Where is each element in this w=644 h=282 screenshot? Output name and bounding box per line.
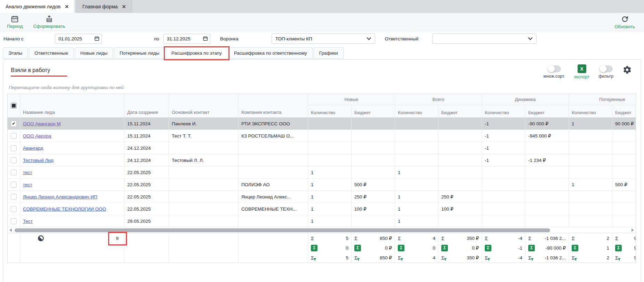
multisort-toggle-control[interactable]: множ.сорт.	[544, 64, 565, 79]
period-button[interactable]: Период	[7, 15, 23, 29]
creation-date-cell: 29.05.2025	[124, 215, 169, 227]
lead-link[interactable]: Тест	[23, 219, 33, 224]
row-checkbox[interactable]	[11, 218, 17, 224]
scrollbar-thumb[interactable]	[15, 228, 550, 232]
lead-link[interactable]: СОВРЕМЕННЫЕ ТЕХНОЛОГИИ ООО	[23, 206, 106, 212]
column-header-company[interactable]: Компания контакта	[239, 94, 308, 117]
group-header-lost[interactable]: Потерянные	[569, 94, 636, 105]
sigma-icon: Σ	[354, 236, 357, 241]
table-row[interactable]: ✔ООО Авангард М15.11.2024Панлеев И.РТИ Э…	[8, 118, 636, 130]
table-row[interactable]: Тестовый Лид24.12.2024Тестовый Л. Л.-1-1…	[8, 154, 636, 166]
row-checkbox[interactable]	[11, 182, 17, 188]
calendar-icon	[11, 15, 19, 23]
subcol-total-budget[interactable]: Бюджет	[438, 105, 482, 117]
table-row[interactable]: Тест29.05.202511	[8, 215, 636, 227]
lead-link[interactable]: Янцер Леонид Александрович ИП	[23, 194, 97, 199]
lead-link[interactable]: ООО Аврора	[23, 133, 51, 139]
subcol-lost-budget[interactable]: Бюджет	[612, 105, 636, 117]
lead-link[interactable]: ООО Авангард М	[23, 121, 61, 126]
group-header-dynamics[interactable]: Динамика	[482, 94, 569, 105]
excel-icon[interactable]: X	[578, 64, 586, 73]
tab-responsibles[interactable]: Ответственные	[29, 47, 73, 59]
close-icon[interactable]: ✕	[122, 4, 126, 9]
tab-stages[interactable]: Этапы	[3, 47, 28, 59]
lead-link[interactable]: тест	[23, 170, 32, 175]
table-row[interactable]: Янцер Леонид Александрович ИП22.05.2025Я…	[8, 191, 636, 203]
row-checkbox[interactable]	[11, 157, 17, 163]
tab-breakdown-by-stage[interactable]: Расшифровка по этапу	[166, 47, 227, 59]
filter-toggle[interactable]	[599, 65, 613, 72]
sum-value: 2	[606, 236, 609, 241]
row-checkbox-cell[interactable]	[8, 215, 20, 227]
filter-toggle-control[interactable]: фильтр	[598, 64, 613, 79]
tab-new-leads[interactable]: Новые лиды	[75, 47, 113, 59]
footer-date-cell	[124, 233, 169, 263]
column-header-date[interactable]: Дата создания	[124, 94, 169, 117]
row-checkbox[interactable]	[11, 194, 17, 200]
column-header-contact[interactable]: Основной контакт	[169, 94, 239, 117]
row-checkbox-cell[interactable]	[8, 130, 20, 142]
row-checkbox-cell[interactable]	[8, 179, 20, 190]
row-checkbox-cell[interactable]: ✔	[8, 118, 20, 130]
multisort-toggle[interactable]	[548, 65, 561, 72]
table-row[interactable]: тест22.05.2025ПОЛИЭФ АО1500 ₽1500 ₽	[8, 179, 636, 191]
settings-button[interactable]	[622, 65, 632, 76]
generate-button[interactable]: Сформировать	[33, 15, 65, 29]
row-checkbox-cell[interactable]	[8, 154, 20, 166]
row-checkbox[interactable]	[11, 206, 17, 212]
subcol-lost-qty[interactable]: Количество	[569, 105, 612, 117]
cell-new-budget	[352, 166, 395, 178]
cell-lost-budget	[612, 203, 636, 215]
group-header-total[interactable]: Всего	[395, 94, 482, 105]
lead-link[interactable]: Авангард	[23, 146, 43, 151]
subcol-dyn-budget[interactable]: Бюджет	[525, 105, 569, 117]
table-row[interactable]: Авангард24.12.2024-1	[8, 142, 636, 154]
lead-link[interactable]: Тестовый Лид	[23, 158, 54, 163]
row-checkbox[interactable]	[11, 145, 17, 151]
calendar-icon[interactable]	[203, 36, 208, 42]
row-checkbox[interactable]	[11, 170, 17, 175]
cell-total-budget	[438, 130, 482, 142]
close-icon[interactable]: ✕	[65, 4, 69, 9]
lead-name-cell: Тестовый Лид	[20, 154, 124, 166]
table-row[interactable]: тест22.05.202511	[8, 166, 636, 179]
window-tab-lead-analysis[interactable]: Анализ движения лидов ✕	[0, 0, 74, 13]
subcol-total-qty[interactable]: Количество	[395, 105, 438, 117]
multisort-label: множ.сорт.	[544, 74, 565, 79]
calendar-icon[interactable]	[94, 36, 99, 42]
subcol-new-budget[interactable]: Бюджет	[352, 105, 395, 117]
lead-link[interactable]: тест	[23, 182, 32, 187]
table-row[interactable]: СОВРЕМЕННЫЕ ТЕХНОЛОГИИ ООО22.05.2025СОВР…	[8, 203, 636, 215]
scroll-right-arrow-icon[interactable]	[631, 228, 634, 232]
scroll-left-arrow-icon[interactable]	[9, 228, 12, 232]
cell-dyn-budget	[525, 166, 569, 178]
horizontal-scrollbar[interactable]	[8, 227, 636, 233]
refresh-button[interactable]: Обновить	[614, 15, 635, 29]
row-checkbox-cell[interactable]	[8, 142, 20, 154]
export-control[interactable]: X экспорт	[574, 64, 589, 79]
row-checkbox-cell[interactable]	[8, 203, 20, 215]
table-row[interactable]: ООО Аврора15.11.2024Тест Т. Т.КЗ РОСТСЕЛ…	[8, 130, 636, 142]
group-header-new[interactable]: Новые	[308, 94, 395, 105]
start-date-wrap	[55, 34, 102, 44]
main-contact-cell	[169, 166, 239, 178]
responsible-select[interactable]	[432, 33, 537, 44]
row-checkbox[interactable]: ✔	[11, 121, 17, 127]
window-tab-main-form[interactable]: Главная форма ✕	[77, 0, 132, 13]
tab-breakdown-by-responsible[interactable]: Расшифровка по ответственному	[228, 47, 313, 59]
subcol-new-qty[interactable]: Количество	[308, 105, 352, 117]
cell-dyn-budget: -90 000 ₽	[525, 118, 569, 130]
row-checkbox-cell[interactable]	[8, 191, 20, 203]
subcol-dyn-qty[interactable]: Количество	[482, 105, 525, 117]
select-all-checkbox[interactable]	[11, 103, 17, 109]
row-checkbox[interactable]	[11, 133, 17, 139]
select-all-cell[interactable]	[8, 94, 20, 117]
footer-sum-cell: Σ90 500 ₽Σ90 000 ₽Σ90 500 ₽	[612, 233, 636, 263]
tab-charts[interactable]: Графики	[314, 47, 344, 59]
sigma-filter-icon: Σ	[398, 255, 401, 260]
tab-lost-leads[interactable]: Потерянные лиды	[114, 47, 165, 59]
funnel-select[interactable]: ТОП-клиенты КП	[272, 33, 375, 44]
row-checkbox-cell[interactable]	[8, 166, 20, 178]
cell-dyn-qty	[482, 215, 525, 227]
column-header-lead[interactable]: Название лида	[20, 94, 124, 117]
